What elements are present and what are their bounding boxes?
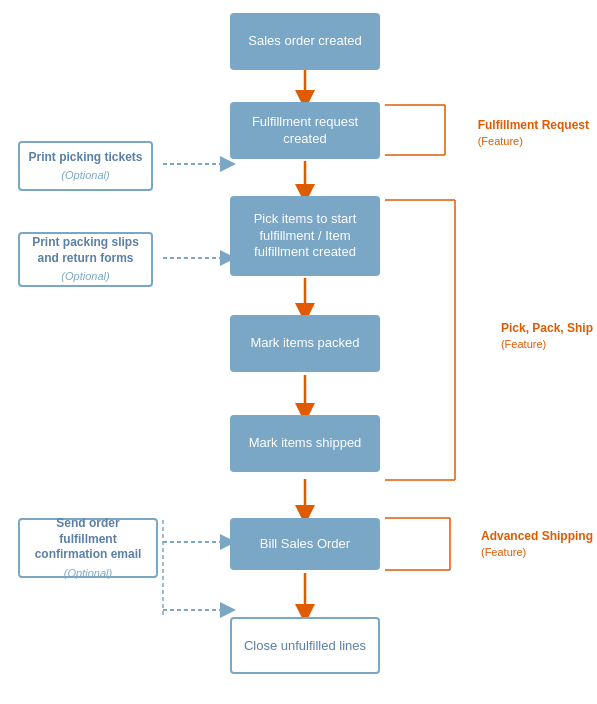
mark-shipped-box: Mark items shipped [230,415,380,472]
bill-sales-label: Bill Sales Order [260,536,350,553]
mark-packed-label: Mark items packed [250,335,359,352]
print-packing-box: Print packing slipsand return forms (Opt… [18,232,153,287]
print-picking-box: Print picking tickets (Optional) [18,141,153,191]
bill-sales-order-box: Bill Sales Order [230,518,380,570]
pick-pack-ship-title: Pick, Pack, Ship [501,321,593,335]
close-unfulfilled-label: Close unfulfilled lines [244,638,366,653]
diagram: Sales order created Fulfillment requestc… [0,0,597,704]
advanced-shipping-title: Advanced Shipping [481,529,593,543]
send-confirmation-box: Send order fulfillmentconfirmation email… [18,518,158,578]
fulfillment-request-sub: (Feature) [478,134,589,149]
mark-packed-box: Mark items packed [230,315,380,372]
send-confirmation-label: Send order fulfillmentconfirmation email [28,516,148,563]
close-unfulfilled-box: Close unfulfilled lines [230,617,380,674]
mark-shipped-label: Mark items shipped [249,435,362,452]
fulfillment-request-label: Fulfillment requestcreated [252,114,358,148]
pick-pack-ship-feature: Pick, Pack, Ship (Feature) [501,320,593,352]
fulfillment-request-title: Fulfillment Request [478,118,589,132]
pick-items-label: Pick items to startfulfillment / Itemful… [254,211,357,262]
print-picking-label: Print picking tickets [28,150,142,166]
print-packing-label: Print packing slipsand return forms [32,235,139,266]
sales-order-box: Sales order created [230,13,380,70]
fulfillment-request-box: Fulfillment requestcreated [230,102,380,159]
send-confirmation-optional: (Optional) [64,566,112,580]
print-packing-optional: (Optional) [61,269,109,283]
print-picking-optional: (Optional) [61,168,109,182]
advanced-shipping-sub: (Feature) [481,545,593,560]
pick-pack-ship-sub: (Feature) [501,337,593,352]
sales-order-label: Sales order created [248,33,361,50]
fulfillment-request-feature: Fulfillment Request (Feature) [478,117,589,149]
pick-items-box: Pick items to startfulfillment / Itemful… [230,196,380,276]
advanced-shipping-feature: Advanced Shipping (Feature) [481,528,593,560]
